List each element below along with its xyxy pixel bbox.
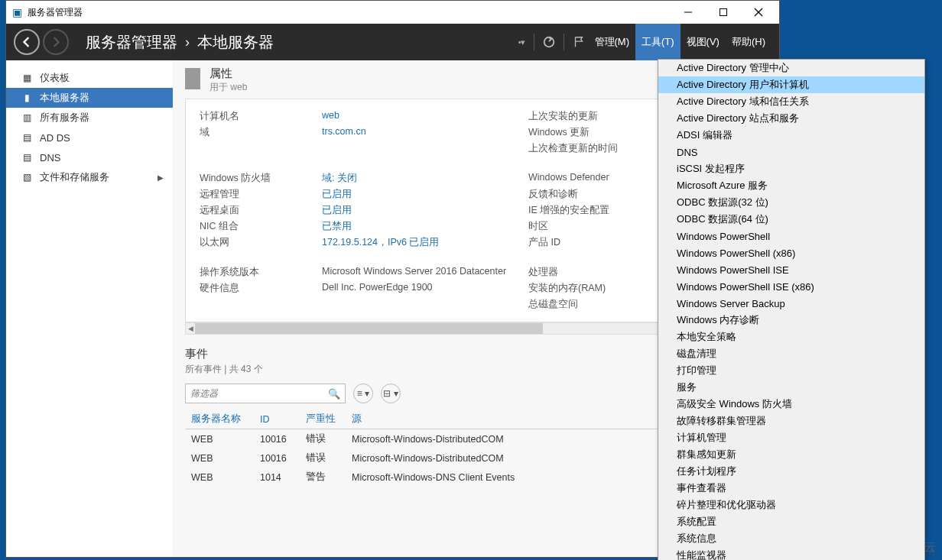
- server-icon: ▮: [21, 92, 32, 103]
- table-header[interactable]: ID: [254, 409, 300, 429]
- menu-item[interactable]: 本地安全策略: [658, 329, 924, 345]
- sidebar-item-label: DNS: [40, 152, 60, 163]
- menu-item[interactable]: Active Directory 域和信任关系: [658, 93, 924, 110]
- table-cell: Microsoft-Windows-DistributedCOM: [346, 429, 683, 449]
- table-cell: Microsoft-Windows-DistributedCOM: [346, 448, 683, 468]
- table-cell: WEB: [185, 429, 254, 449]
- breadcrumb-root[interactable]: 服务器管理器: [86, 32, 177, 53]
- property-value[interactable]: [322, 142, 521, 155]
- menu-item[interactable]: 磁盘清理: [658, 345, 924, 362]
- property-value[interactable]: 已启用: [322, 188, 521, 201]
- menu-item[interactable]: ADSI 编辑器: [658, 127, 924, 144]
- titlebar[interactable]: ▣ 服务器管理器: [6, 1, 779, 24]
- menu-item[interactable]: 故障转移群集管理器: [658, 413, 924, 429]
- property-value[interactable]: 172.19.5.124，IPv6 已启用: [322, 236, 521, 249]
- menu-item[interactable]: 性能监视器: [658, 547, 924, 560]
- app-icon: ▣: [11, 6, 23, 18]
- menu-item[interactable]: Windows PowerShell: [658, 228, 924, 244]
- property-label: 上次安装的更新: [528, 110, 658, 123]
- property-value: [322, 298, 521, 311]
- property-value[interactable]: 已启用: [322, 204, 521, 217]
- menu-item[interactable]: Windows PowerShell ISE (x86): [658, 278, 924, 295]
- servers-icon: ▥: [21, 112, 32, 123]
- sidebar-item-storage[interactable]: ▧文件和存储服务▶: [6, 167, 173, 187]
- grid-options-button[interactable]: ≡ ▾: [353, 384, 373, 403]
- menu-item[interactable]: Active Directory 用户和计算机: [658, 76, 924, 93]
- menu-item[interactable]: 任务计划程序: [658, 463, 924, 480]
- table-cell: 1014: [254, 468, 300, 487]
- menu-item[interactable]: Windows 内存诊断: [658, 312, 924, 329]
- menu-item[interactable]: Microsoft Azure 服务: [658, 177, 924, 194]
- menu-item[interactable]: Windows Server Backup: [658, 295, 924, 312]
- chevron-right-icon: ›: [185, 34, 190, 50]
- table-cell: 10016: [254, 429, 300, 449]
- table-header[interactable]: 服务器名称: [185, 409, 254, 429]
- search-icon[interactable]: 🔍: [328, 388, 340, 400]
- menu-item[interactable]: 打印管理: [658, 362, 924, 379]
- table-cell: WEB: [185, 468, 254, 487]
- maximize-button[interactable]: [706, 1, 741, 24]
- property-label: IE 增强的安全配置: [528, 204, 658, 217]
- svg-rect-1: [720, 9, 727, 16]
- property-label: 产品 ID: [528, 236, 658, 249]
- menu-help[interactable]: 帮助(H): [726, 24, 771, 60]
- property-value[interactable]: 已禁用: [322, 220, 521, 233]
- breadcrumb: 服务器管理器 › 本地服务器: [86, 32, 274, 53]
- close-button[interactable]: [741, 1, 776, 24]
- property-label: 反馈和诊断: [528, 188, 658, 201]
- chevron-right-icon: ▶: [158, 173, 164, 182]
- property-value[interactable]: 域: 关闭: [322, 172, 521, 185]
- sidebar-item-label: 仪表板: [40, 71, 70, 85]
- menu-item[interactable]: Active Directory 站点和服务: [658, 110, 924, 127]
- sidebar-item-all-servers[interactable]: ▥所有服务器: [6, 108, 173, 128]
- menu-item[interactable]: Windows PowerShell ISE: [658, 261, 924, 278]
- table-header[interactable]: 严重性: [300, 409, 346, 429]
- property-value[interactable]: trs.com.cn: [322, 126, 521, 139]
- menu-item[interactable]: ODBC 数据源(32 位): [658, 194, 924, 211]
- table-header[interactable]: 源: [346, 409, 683, 429]
- breadcrumb-page[interactable]: 本地服务器: [197, 32, 274, 53]
- menu-item[interactable]: 系统信息: [658, 530, 924, 547]
- menu-item[interactable]: 服务: [658, 379, 924, 396]
- table-cell: WEB: [185, 448, 254, 468]
- flag-icon[interactable]: [569, 24, 589, 60]
- menu-view[interactable]: 视图(V): [681, 24, 726, 60]
- refresh-button[interactable]: [539, 24, 559, 60]
- menu-item[interactable]: 系统配置: [658, 513, 924, 530]
- minimize-button[interactable]: [671, 1, 706, 24]
- sidebar-item-dashboard[interactable]: ▦仪表板: [6, 68, 173, 88]
- sidebar-item-adds[interactable]: ▤AD DS: [6, 128, 173, 147]
- sidebar-item-label: 所有服务器: [40, 111, 89, 125]
- menu-item[interactable]: 高级安全 Windows 防火墙: [658, 396, 924, 413]
- forward-button[interactable]: [43, 29, 69, 55]
- property-label: NIC 组合: [200, 220, 314, 233]
- filter-input[interactable]: [190, 388, 328, 399]
- menu-item[interactable]: 事件查看器: [658, 480, 924, 497]
- menu-item[interactable]: 群集感知更新: [658, 446, 924, 463]
- storage-icon: ▧: [21, 172, 32, 183]
- header: 服务器管理器 › 本地服务器 •▾ 管理(M) 工具(T) 视图(V) 帮助(H…: [6, 24, 779, 60]
- properties-icon: [185, 68, 200, 89]
- sidebar-item-dns[interactable]: ▤DNS: [6, 147, 173, 167]
- dashboard-icon: ▦: [21, 73, 32, 83]
- save-options-button[interactable]: ⊟ ▾: [381, 384, 401, 403]
- menu-item[interactable]: 碎片整理和优化驱动器: [658, 497, 924, 513]
- back-button[interactable]: [14, 29, 40, 55]
- menu-item[interactable]: Windows PowerShell (x86): [658, 244, 924, 261]
- adds-icon: ▤: [21, 132, 32, 143]
- sidebar-item-local-server[interactable]: ▮本地服务器: [6, 88, 173, 108]
- property-label: Windows Defender: [528, 172, 658, 185]
- menu-item[interactable]: iSCSI 发起程序: [658, 160, 924, 177]
- property-value[interactable]: web: [322, 110, 521, 123]
- menu-manage[interactable]: 管理(M): [589, 24, 636, 60]
- menu-item[interactable]: 计算机管理: [658, 429, 924, 446]
- property-label: 计算机名: [200, 110, 314, 123]
- menu-item[interactable]: DNS: [658, 144, 924, 160]
- property-label: 处理器: [528, 266, 658, 279]
- sidebar-item-label: 文件和存储服务: [40, 170, 109, 184]
- menu-item[interactable]: Active Directory 管理中心: [658, 60, 924, 76]
- menu-tools[interactable]: 工具(T): [635, 24, 681, 60]
- menu-item[interactable]: ODBC 数据源(64 位): [658, 211, 924, 228]
- filter-input-wrapper[interactable]: 🔍: [185, 384, 346, 403]
- dropdown-icon[interactable]: •▾: [518, 37, 526, 47]
